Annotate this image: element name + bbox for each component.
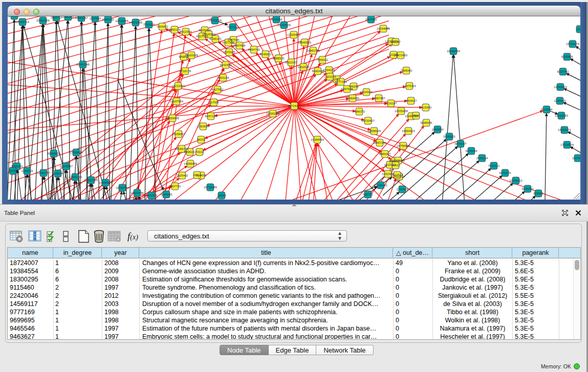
svg-text:1588520: 1588520: [273, 57, 285, 60]
svg-text:9327508: 9327508: [223, 41, 235, 44]
svg-text:10807487: 10807487: [372, 97, 385, 100]
svg-text:9699695: 9699695: [421, 121, 433, 124]
svg-text:90412: 90412: [391, 164, 400, 167]
svg-text:1167534: 1167534: [572, 157, 580, 160]
svg-text:11207462: 11207462: [391, 159, 405, 162]
svg-text:1244415: 1244415: [554, 99, 567, 102]
svg-text:990731: 990731: [363, 193, 373, 196]
svg-text:1145194: 1145194: [52, 172, 64, 175]
svg-text:9463627: 9463627: [405, 99, 417, 102]
svg-text:15434: 15434: [217, 194, 226, 197]
svg-text:20053346: 20053346: [76, 63, 90, 66]
svg-text:18300295: 18300295: [266, 112, 280, 115]
svg-text:1353594: 1353594: [198, 125, 210, 128]
svg-text:1081393: 1081393: [62, 16, 75, 18]
svg-text:7485063: 7485063: [401, 69, 413, 72]
svg-text:98332: 98332: [197, 138, 205, 141]
svg-text:7625402: 7625402: [177, 174, 188, 177]
svg-text:2087682: 2087682: [365, 18, 377, 21]
svg-text:7663822: 7663822: [157, 25, 168, 28]
svg-text:16154838: 16154838: [377, 27, 390, 30]
svg-text:18640910: 18640910: [298, 41, 312, 44]
svg-text:9245652: 9245652: [522, 187, 534, 190]
svg-text:16961758: 16961758: [307, 49, 320, 52]
svg-text:8471676: 8471676: [499, 171, 512, 174]
svg-text:16033809: 16033809: [208, 19, 222, 22]
svg-text:12093822: 12093822: [554, 85, 567, 89]
svg-text:19166827: 19166827: [172, 133, 185, 136]
svg-text:11123: 11123: [576, 28, 580, 31]
svg-text:8186323: 8186323: [210, 37, 222, 40]
svg-text:17359924: 17359924: [70, 151, 83, 154]
svg-text:8960124: 8960124: [169, 28, 181, 31]
svg-text:7515526: 7515526: [143, 23, 156, 26]
svg-text:18724007: 18724007: [288, 104, 301, 107]
svg-text:9242843: 9242843: [220, 63, 232, 67]
svg-text:1156819: 1156819: [21, 169, 33, 172]
svg-text:11923446: 11923446: [130, 191, 144, 194]
svg-text:2803144: 2803144: [217, 76, 230, 79]
svg-text:8427552: 8427552: [212, 88, 224, 91]
svg-text:1903714: 1903714: [51, 16, 63, 19]
svg-text:9498221: 9498221: [184, 150, 196, 154]
svg-text:8971923: 8971923: [146, 194, 158, 197]
svg-text:20973493: 20973493: [394, 54, 408, 57]
svg-text:1527602: 1527602: [90, 17, 101, 20]
svg-text:15718485: 15718485: [204, 186, 217, 189]
svg-text:7632621: 7632621: [488, 164, 500, 167]
svg-text:6466160: 6466160: [102, 18, 115, 21]
svg-text:16913: 16913: [193, 173, 202, 177]
svg-text:15136141: 15136141: [374, 184, 387, 187]
svg-text:8454749: 8454749: [248, 48, 260, 51]
svg-text:2040557: 2040557: [9, 16, 20, 17]
svg-text:7986372: 7986372: [354, 110, 365, 113]
svg-text:8322037: 8322037: [286, 61, 297, 64]
svg-text:16648784: 16648784: [447, 50, 461, 53]
svg-text:19654985: 19654985: [166, 117, 180, 120]
svg-text:15751074: 15751074: [566, 42, 580, 46]
svg-text:15720407: 15720407: [361, 119, 375, 122]
svg-text:14099489: 14099489: [184, 162, 197, 165]
svg-text:8990448: 8990448: [312, 70, 324, 73]
svg-text:20364436: 20364436: [346, 97, 360, 100]
svg-text:2867608: 2867608: [234, 44, 246, 47]
svg-text:20691406: 20691406: [36, 19, 50, 22]
svg-text:1733426: 1733426: [397, 188, 409, 191]
svg-text:20206536: 20206536: [47, 152, 61, 155]
svg-text:7955812: 7955812: [317, 58, 329, 61]
svg-text:8267130: 8267130: [205, 115, 217, 118]
svg-text:989612: 989612: [179, 55, 189, 58]
svg-text:9084007: 9084007: [379, 152, 391, 156]
svg-text:39159: 39159: [9, 169, 17, 172]
svg-text:10688609: 10688609: [367, 129, 381, 133]
svg-text:9884: 9884: [412, 114, 420, 117]
svg-text:19218506: 19218506: [277, 24, 291, 27]
svg-text:73312: 73312: [195, 150, 204, 154]
svg-text:10958107: 10958107: [99, 181, 112, 184]
svg-text:1640954: 1640954: [432, 128, 444, 131]
svg-text:19975867: 19975867: [59, 165, 73, 168]
svg-text:2935114: 2935114: [476, 157, 488, 160]
svg-text:9474444: 9474444: [466, 149, 478, 152]
svg-text:9777169: 9777169: [335, 80, 347, 83]
svg-text:3975685: 3975685: [224, 51, 236, 54]
svg-text:12975115: 12975115: [403, 84, 416, 87]
svg-text:16543362: 16543362: [202, 33, 215, 36]
svg-text:5938923: 5938923: [444, 135, 456, 138]
svg-text:10719155: 10719155: [115, 19, 129, 23]
svg-text:6794028: 6794028: [323, 69, 336, 72]
svg-text:9457791: 9457791: [169, 185, 181, 188]
svg-text:15692971: 15692971: [558, 128, 571, 132]
svg-text:6879197: 6879197: [455, 142, 467, 145]
svg-text:8813054: 8813054: [271, 18, 283, 21]
svg-text:14671355: 14671355: [129, 21, 143, 24]
svg-text:9227342: 9227342: [557, 70, 569, 73]
svg-text:2522514: 2522514: [391, 173, 404, 177]
svg-text:1362615: 1362615: [298, 65, 310, 69]
svg-text:12905135: 12905135: [69, 176, 82, 179]
svg-text:9146821: 9146821: [260, 53, 272, 56]
svg-text:10653267: 10653267: [75, 16, 88, 19]
svg-text:5226058: 5226058: [199, 29, 211, 32]
svg-text:920967: 920967: [390, 40, 401, 43]
svg-text:10025438: 10025438: [395, 110, 408, 113]
